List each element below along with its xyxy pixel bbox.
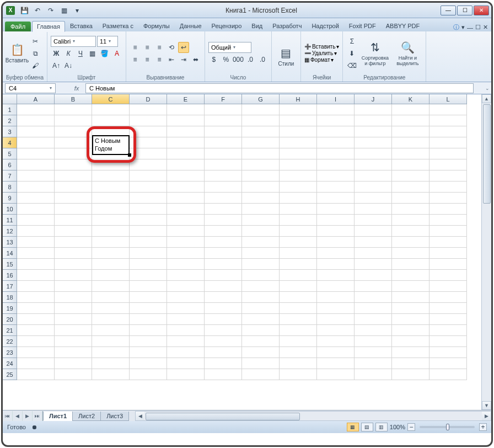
cell-B7[interactable] bbox=[55, 170, 92, 182]
cell-G24[interactable] bbox=[242, 358, 280, 369]
cell-A24[interactable] bbox=[17, 358, 55, 369]
save-icon[interactable]: 💾 bbox=[18, 5, 30, 16]
cell-I22[interactable] bbox=[317, 336, 355, 347]
row-header-8[interactable]: 8 bbox=[3, 182, 17, 193]
cell-C7[interactable] bbox=[92, 170, 130, 182]
cell-B8[interactable] bbox=[55, 182, 92, 193]
doc-minimize-icon[interactable]: — bbox=[467, 24, 473, 31]
cell-E18[interactable] bbox=[167, 292, 205, 303]
ribbon-tab-4[interactable]: Данные bbox=[175, 20, 207, 31]
horizontal-scrollbar[interactable]: ◀ ▶ bbox=[135, 411, 491, 421]
cell-H1[interactable] bbox=[280, 104, 317, 115]
cell-K23[interactable] bbox=[392, 347, 429, 358]
row-header-16[interactable]: 16 bbox=[3, 270, 17, 281]
cell-J9[interactable] bbox=[355, 193, 392, 204]
cancel-fx-icon[interactable] bbox=[59, 83, 70, 93]
cell-C23[interactable] bbox=[92, 347, 130, 358]
active-cell[interactable]: С Новым Годом bbox=[92, 135, 130, 155]
scroll-down-icon[interactable]: ▼ bbox=[482, 401, 491, 410]
cell-F19[interactable] bbox=[205, 303, 242, 314]
cell-J7[interactable] bbox=[355, 170, 392, 182]
cell-F6[interactable] bbox=[205, 159, 242, 170]
cell-K22[interactable] bbox=[392, 336, 429, 347]
cell-F23[interactable] bbox=[205, 347, 242, 358]
cell-J23[interactable] bbox=[355, 347, 392, 358]
cell-D7[interactable] bbox=[130, 170, 167, 182]
minimize-ribbon-icon[interactable]: ▾ bbox=[461, 24, 465, 31]
cell-G6[interactable] bbox=[242, 159, 280, 170]
zoom-slider-thumb[interactable] bbox=[446, 424, 449, 430]
row-header-1[interactable]: 1 bbox=[3, 104, 17, 115]
cell-D25[interactable] bbox=[130, 369, 167, 380]
doc-close-icon[interactable]: ✕ bbox=[483, 24, 488, 31]
cell-D24[interactable] bbox=[130, 358, 167, 369]
col-header-G[interactable]: G bbox=[242, 94, 280, 104]
normal-view-button[interactable]: ▦ bbox=[347, 423, 359, 431]
cell-K1[interactable] bbox=[392, 104, 429, 115]
cell-A15[interactable] bbox=[17, 259, 55, 270]
cell-I9[interactable] bbox=[317, 193, 355, 204]
zoom-out-button[interactable]: − bbox=[407, 423, 415, 431]
cell-H4[interactable] bbox=[280, 137, 317, 148]
cell-A4[interactable] bbox=[17, 137, 55, 148]
cell-J18[interactable] bbox=[355, 292, 392, 303]
col-header-D[interactable]: D bbox=[130, 94, 167, 104]
cell-H15[interactable] bbox=[280, 259, 317, 270]
cell-I16[interactable] bbox=[317, 270, 355, 281]
cell-H5[interactable] bbox=[280, 148, 317, 159]
formula-input[interactable]: С Новым bbox=[85, 83, 474, 93]
percent-icon[interactable]: % bbox=[221, 54, 232, 65]
row-header-22[interactable]: 22 bbox=[3, 336, 17, 347]
cell-K5[interactable] bbox=[392, 148, 429, 159]
cell-F10[interactable] bbox=[205, 204, 242, 215]
row-header-18[interactable]: 18 bbox=[3, 292, 17, 303]
cell-G15[interactable] bbox=[242, 259, 280, 270]
cell-L20[interactable] bbox=[429, 314, 467, 325]
cell-H3[interactable] bbox=[280, 126, 317, 137]
cell-A1[interactable] bbox=[17, 104, 55, 115]
sheet-tab-0[interactable]: Лист1 bbox=[43, 412, 73, 421]
align-right-icon[interactable]: ≡ bbox=[154, 54, 165, 65]
cell-F2[interactable] bbox=[205, 115, 242, 126]
cell-G8[interactable] bbox=[242, 182, 280, 193]
cell-H18[interactable] bbox=[280, 292, 317, 303]
vertical-scrollbar[interactable]: ▲ ▼ bbox=[481, 94, 491, 410]
close-button[interactable]: ✕ bbox=[474, 6, 489, 15]
cell-G20[interactable] bbox=[242, 314, 280, 325]
zoom-in-button[interactable]: + bbox=[479, 423, 487, 431]
cell-G9[interactable] bbox=[242, 193, 280, 204]
cell-B12[interactable] bbox=[55, 226, 92, 237]
align-middle-icon[interactable]: ≡ bbox=[142, 42, 153, 53]
cell-E9[interactable] bbox=[167, 193, 205, 204]
cell-J6[interactable] bbox=[355, 159, 392, 170]
cell-E14[interactable] bbox=[167, 248, 205, 259]
scroll-up-icon[interactable]: ▲ bbox=[482, 94, 491, 103]
cell-H13[interactable] bbox=[280, 237, 317, 248]
file-tab[interactable]: Файл bbox=[5, 22, 31, 31]
cell-K7[interactable] bbox=[392, 170, 429, 182]
cell-C25[interactable] bbox=[92, 369, 130, 380]
cell-D3[interactable] bbox=[130, 126, 167, 137]
cell-L25[interactable] bbox=[429, 369, 467, 380]
minimize-button[interactable]: — bbox=[441, 6, 456, 15]
cell-G17[interactable] bbox=[242, 281, 280, 292]
cell-K6[interactable] bbox=[392, 159, 429, 170]
cell-F12[interactable] bbox=[205, 226, 242, 237]
cell-L1[interactable] bbox=[429, 104, 467, 115]
cell-L4[interactable] bbox=[429, 137, 467, 148]
cell-B3[interactable] bbox=[55, 126, 92, 137]
cell-G14[interactable] bbox=[242, 248, 280, 259]
sheet-tab-1[interactable]: Лист2 bbox=[72, 412, 101, 421]
cell-C8[interactable] bbox=[92, 182, 130, 193]
cell-A22[interactable] bbox=[17, 336, 55, 347]
font-color-button[interactable]: A bbox=[111, 48, 122, 59]
cell-E16[interactable] bbox=[167, 270, 205, 281]
cell-L10[interactable] bbox=[429, 204, 467, 215]
cell-F7[interactable] bbox=[205, 170, 242, 182]
cell-B13[interactable] bbox=[55, 237, 92, 248]
align-left-icon[interactable]: ≡ bbox=[130, 54, 141, 65]
insert-cells-button[interactable]: ➕ Вставить ▾ bbox=[304, 44, 339, 50]
cell-A17[interactable] bbox=[17, 281, 55, 292]
cell-F8[interactable] bbox=[205, 182, 242, 193]
cell-H24[interactable] bbox=[280, 358, 317, 369]
